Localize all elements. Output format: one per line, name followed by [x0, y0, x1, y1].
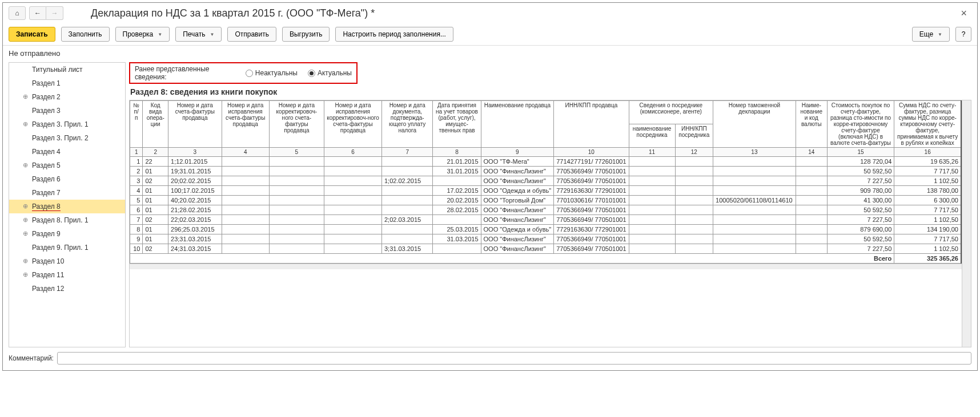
forward-button[interactable]: →: [46, 6, 63, 20]
table-row[interactable]: 801296;25.03.201525.03.2015ООО "Одежда и…: [130, 225, 962, 234]
sidebar-item[interactable]: Раздел 8. Прил. 1: [9, 213, 125, 227]
sidebar-item[interactable]: Раздел 2: [9, 90, 125, 104]
period-button[interactable]: Настроить период заполнения...: [335, 27, 453, 42]
th-decl: Номер таможенной декларации: [713, 101, 796, 148]
col-number: 16: [894, 148, 961, 157]
section-title: Раздел 8: сведения из книги покупок: [129, 84, 971, 100]
save-button[interactable]: Записать: [9, 27, 55, 42]
th-corr: Номер и дата исправления счета-фактуры п…: [222, 101, 269, 148]
col-number: 3: [168, 148, 222, 157]
th-inn: ИНН/КПП продавца: [554, 101, 629, 148]
radio-label: Ранее представленные сведения:: [135, 65, 235, 81]
th-cost: Стоимость покупок по счету-фактуре, разн…: [827, 101, 894, 148]
table-row[interactable]: 70222;02.03.20152;02.03.2015ООО "ФинансЛ…: [130, 215, 962, 225]
footer: Комментарий:: [3, 347, 977, 370]
home-button[interactable]: ⌂: [9, 6, 26, 20]
send-button[interactable]: Отправить: [227, 27, 276, 42]
total-row: Всего325 365,26: [130, 254, 962, 264]
th-num: № п/п: [130, 101, 143, 148]
th-sf: Номер и дата счета-фактуры продавца: [168, 101, 222, 148]
back-button[interactable]: ←: [29, 6, 46, 20]
export-button[interactable]: Выгрузить: [282, 27, 330, 42]
radio-icon: [308, 70, 315, 77]
section-list: Титульный листРаздел 1Раздел 2Раздел 3Ра…: [9, 62, 126, 347]
sidebar-item[interactable]: Раздел 5: [9, 159, 125, 172]
th-nds: Сумма НДС по счету-фактуре, разница сумм…: [894, 101, 961, 148]
sidebar-item[interactable]: Титульный лист: [9, 63, 125, 76]
th-seller: Наименование продавца: [481, 101, 554, 148]
sidebar-item[interactable]: Раздел 10: [9, 254, 125, 268]
col-number: 2: [143, 148, 168, 157]
th-doc: Номер и дата документа, подтвержда-ющего…: [381, 101, 432, 148]
comment-label: Комментарий:: [9, 354, 54, 362]
th-curr: Наиме-нование и код валюты: [796, 101, 827, 148]
titlebar: ⌂ ← → Декларация по НДС за 1 квартал 201…: [3, 3, 977, 23]
help-button[interactable]: ?: [955, 27, 971, 42]
sidebar-item[interactable]: Раздел 11: [9, 268, 125, 282]
purchase-book-table[interactable]: № п/п Код вида опера-ции Номер и дата сч…: [130, 100, 962, 347]
sidebar-item[interactable]: Раздел 8: [9, 200, 125, 213]
col-number: 7: [381, 148, 432, 157]
v-scrollbar[interactable]: [962, 100, 971, 347]
table-row[interactable]: 90123;31.03.201531.03.2015ООО "ФинансЛиз…: [130, 234, 962, 244]
table-row[interactable]: 30220;02.02.20151;02.02.2015ООО "ФинансЛ…: [130, 176, 962, 186]
sidebar-item[interactable]: Раздел 4: [9, 145, 125, 159]
status-text: Не отправлено: [3, 46, 977, 61]
sidebar-item[interactable]: Раздел 3. Прил. 1: [9, 118, 125, 131]
th-corr3: Номер и дата исправления корректировоч-н…: [324, 101, 381, 148]
radio-not-relevant[interactable]: Неактуальны: [246, 69, 298, 77]
sidebar-item[interactable]: Раздел 1: [9, 76, 125, 90]
col-number: 5: [269, 148, 324, 157]
sidebar-item[interactable]: Раздел 3. Прил. 2: [9, 131, 125, 145]
relevance-radio-group: Ранее представленные сведения: Неактуаль…: [129, 62, 358, 84]
col-number: 8: [433, 148, 481, 157]
table-row[interactable]: 100224;31.03.20153;31.03.2015ООО "Финанс…: [130, 244, 962, 254]
h-scrollbar[interactable]: [130, 264, 962, 269]
sidebar-item[interactable]: Раздел 6: [9, 172, 125, 186]
sidebar-item[interactable]: Раздел 3: [9, 104, 125, 118]
col-number: 11: [629, 148, 675, 157]
sidebar-item[interactable]: Раздел 7: [9, 186, 125, 200]
th-agent-group: Сведения о посреднике (комиссионере, аге…: [629, 101, 713, 124]
page-title: Декларация по НДС за 1 квартал 2015 г. (…: [91, 7, 375, 19]
sidebar-item[interactable]: Раздел 12: [9, 282, 125, 295]
table-row[interactable]: 401100;17.02.201517.02.2015ООО "Одежда и…: [130, 186, 962, 196]
col-number: 9: [481, 148, 554, 157]
print-button[interactable]: Печать: [175, 27, 222, 42]
th-op: Код вида опера-ции: [143, 101, 168, 148]
radio-relevant[interactable]: Актуальны: [308, 69, 352, 77]
table-row[interactable]: 60121;28.02.201528.02.2015ООО "ФинансЛиз…: [130, 205, 962, 215]
comment-input[interactable]: [57, 352, 971, 365]
col-number: 15: [827, 148, 894, 157]
th-agent-name: наименование посредника: [629, 124, 675, 148]
col-number: 6: [324, 148, 381, 157]
app-window: ⌂ ← → Декларация по НДС за 1 квартал 201…: [2, 2, 978, 371]
sidebar-item[interactable]: Раздел 9. Прил. 1: [9, 241, 125, 254]
radio-icon: [246, 70, 253, 77]
th-agent-inn: ИНН/КПП посредника: [675, 124, 713, 148]
th-corr2: Номер и дата корректировоч-ного счета-фа…: [269, 101, 324, 148]
close-icon[interactable]: ×: [956, 7, 971, 19]
col-number: 13: [713, 148, 796, 157]
fill-button[interactable]: Заполнить: [61, 27, 110, 42]
col-number: 14: [796, 148, 827, 157]
check-button[interactable]: Проверка: [115, 27, 170, 42]
table-row[interactable]: 50140;20.02.201520.02.2015ООО "Торговый …: [130, 196, 962, 205]
col-number: 1: [130, 148, 143, 157]
more-button[interactable]: Еще: [912, 27, 950, 42]
table-row[interactable]: 1221;12.01.201521.01.2015ООО "ТФ-Мега"77…: [130, 157, 962, 167]
table-row[interactable]: 20119;31.01.201531.01.2015ООО "ФинансЛиз…: [130, 167, 962, 176]
toolbar: Записать Заполнить Проверка Печать Отпра…: [3, 23, 977, 46]
sidebar-item[interactable]: Раздел 9: [9, 227, 125, 241]
col-number: 4: [222, 148, 269, 157]
col-number: 10: [554, 148, 629, 157]
th-date: Дата принятия на учет товаров (работ, ус…: [433, 101, 481, 148]
col-number: 12: [675, 148, 713, 157]
